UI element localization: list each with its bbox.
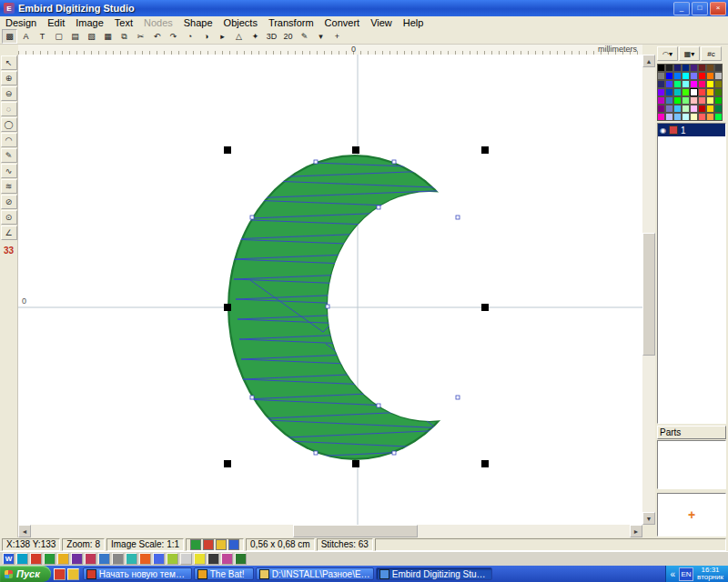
save-button[interactable]: ▦ <box>100 29 116 44</box>
palette-color[interactable] <box>714 64 723 72</box>
color-code-button[interactable]: #c <box>701 46 722 61</box>
palette-color[interactable] <box>682 113 690 121</box>
palette-color[interactable] <box>657 113 665 121</box>
palette-color[interactable] <box>657 64 665 72</box>
app-shortcut-icon[interactable] <box>71 553 83 565</box>
design-canvas[interactable]: 0 <box>18 55 642 525</box>
app-shortcut-icon[interactable] <box>85 553 96 565</box>
menu-item[interactable]: Shape <box>178 17 218 28</box>
palette-color[interactable] <box>706 64 714 72</box>
app-shortcut-icon[interactable]: W <box>3 553 15 565</box>
app-shortcut-icon[interactable] <box>207 553 219 565</box>
menu-item[interactable]: Help <box>398 17 430 28</box>
center-cross-button[interactable]: + <box>329 29 345 44</box>
app-shortcut-icon[interactable] <box>235 553 247 565</box>
curve-tool[interactable]: ∿ <box>1 164 17 178</box>
menu-item[interactable]: Objects <box>218 17 263 28</box>
palette-color[interactable] <box>714 80 723 88</box>
outline-style-button[interactable]: ◠▾ <box>657 46 678 61</box>
scroll-up-arrow[interactable]: ▲ <box>642 55 655 67</box>
edit-nodes-button[interactable]: ✎ <box>297 29 312 44</box>
new-design-button[interactable]: ▢ <box>51 29 66 44</box>
palette-color[interactable] <box>665 96 673 105</box>
canvas-svg[interactable]: 0 <box>18 55 642 525</box>
app-shortcut-icon[interactable] <box>167 553 178 565</box>
menu-item[interactable]: Nodes <box>138 17 178 28</box>
pattern-button[interactable]: ▩ <box>2 29 17 44</box>
app-shortcut-icon[interactable] <box>98 553 110 565</box>
palette-color[interactable] <box>665 113 673 121</box>
palette-color[interactable] <box>682 80 690 88</box>
zoom-out-tool[interactable]: ⊖ <box>1 86 17 101</box>
palette-color[interactable] <box>690 88 698 96</box>
selection-handle[interactable] <box>224 304 231 311</box>
menu-item[interactable]: View <box>365 17 398 28</box>
palette-color[interactable] <box>673 80 682 88</box>
app-shortcut-icon[interactable] <box>44 553 56 565</box>
palette-color[interactable] <box>690 72 698 80</box>
palette-color[interactable] <box>657 72 665 80</box>
palette-color[interactable] <box>657 96 665 105</box>
taskbar-shortcut-icon[interactable] <box>54 568 66 580</box>
app-shortcut-icon[interactable] <box>180 553 192 565</box>
palette-color[interactable] <box>698 113 706 121</box>
horizontal-scrollbar[interactable]: ◄ ► <box>18 525 642 537</box>
arc-tool[interactable]: ◠ <box>1 133 17 147</box>
horizontal-scroll-thumb[interactable] <box>293 525 418 537</box>
knife-tool[interactable]: ⊘ <box>1 195 17 209</box>
view-3d-button[interactable]: 3D <box>264 29 279 44</box>
open-button[interactable]: ▤ <box>67 29 83 44</box>
selection-handle[interactable] <box>352 460 359 467</box>
effects-button[interactable]: ✦ <box>248 29 263 44</box>
menu-item[interactable]: Design <box>0 17 42 28</box>
fill-tool[interactable]: ≋ <box>1 179 17 194</box>
status-red-icon[interactable] <box>203 539 214 550</box>
palette-color[interactable] <box>673 88 682 96</box>
object-row[interactable]: ◉ 1 <box>658 124 725 136</box>
language-indicator[interactable]: EN <box>679 567 693 581</box>
grid-size-button[interactable]: 20 <box>280 29 296 44</box>
measure-tool[interactable]: ∠ <box>1 226 17 240</box>
selection-handle[interactable] <box>224 146 231 154</box>
palette-color[interactable] <box>665 80 673 88</box>
scroll-right-arrow[interactable]: ► <box>630 525 642 537</box>
start-button[interactable]: Пуск <box>0 566 51 582</box>
minimize-button[interactable]: _ <box>673 2 690 15</box>
palette-color[interactable] <box>698 88 706 96</box>
selection-handle[interactable] <box>224 460 231 467</box>
parts-list[interactable] <box>657 440 726 489</box>
merge-button[interactable]: ▧ <box>84 29 99 44</box>
palette-color[interactable] <box>714 88 723 96</box>
rotate-button[interactable]: ◔ <box>182 29 197 44</box>
vertical-scroll-thumb[interactable] <box>642 233 655 355</box>
menu-item[interactable]: Convert <box>319 17 366 28</box>
palette-color[interactable] <box>698 105 706 113</box>
simulate-button[interactable]: ▸ <box>215 29 230 44</box>
app-shortcut-icon[interactable] <box>112 553 124 565</box>
menu-item[interactable]: Text <box>109 17 138 28</box>
palette-color[interactable] <box>665 105 673 113</box>
app-shortcut-icon[interactable] <box>57 553 69 565</box>
status-yellow-icon[interactable] <box>216 539 227 550</box>
vertical-scrollbar[interactable]: ▲ ▼ <box>642 55 655 525</box>
selection-handle[interactable] <box>481 304 489 311</box>
palette-color[interactable] <box>690 113 698 121</box>
palette-color[interactable] <box>706 105 714 113</box>
palette-color[interactable] <box>673 105 682 113</box>
app-shortcut-icon[interactable] <box>153 553 165 565</box>
palette-color[interactable] <box>714 105 723 113</box>
outline-button[interactable]: △ <box>231 29 247 44</box>
app-shortcut-icon[interactable] <box>221 553 233 565</box>
ellipse-tool[interactable]: ◯ <box>1 117 17 132</box>
palette-color[interactable] <box>714 113 723 121</box>
palette-color[interactable] <box>690 80 698 88</box>
window-titlebar[interactable]: E Embird Digitizing Studio _ □ × <box>0 0 728 16</box>
selection-handle[interactable] <box>352 146 359 154</box>
palette-color[interactable] <box>665 64 673 72</box>
palette-color[interactable] <box>657 80 665 88</box>
palette-color[interactable] <box>682 72 690 80</box>
palette-color[interactable] <box>690 105 698 113</box>
palette-color[interactable] <box>682 64 690 72</box>
text-button[interactable]: T <box>35 29 50 44</box>
palette-color[interactable] <box>714 96 723 105</box>
